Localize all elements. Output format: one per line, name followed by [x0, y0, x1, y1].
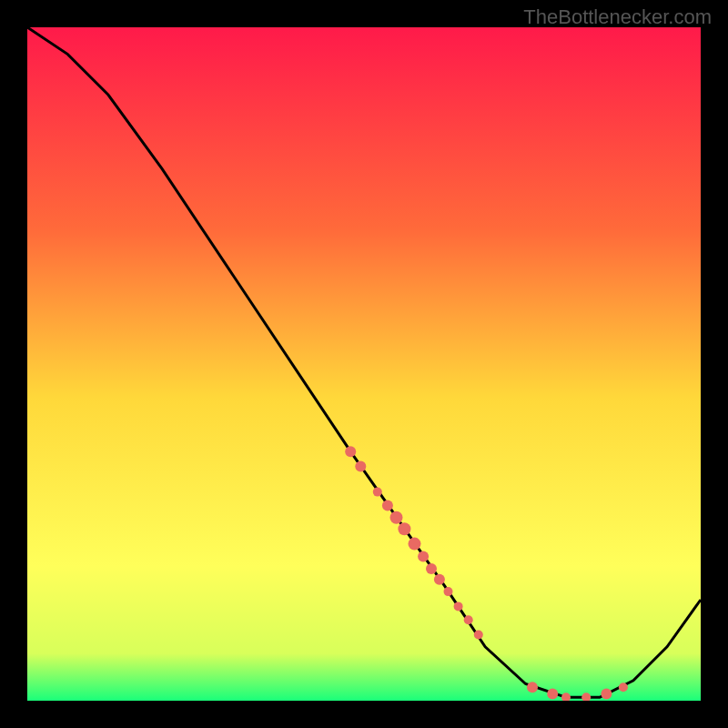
data-marker [398, 522, 410, 535]
data-marker [390, 511, 403, 524]
data-marker [444, 587, 453, 596]
data-marker [454, 602, 463, 611]
data-marker [382, 500, 393, 511]
data-marker [474, 631, 483, 640]
data-marker [409, 538, 421, 551]
gradient-background [27, 27, 701, 701]
data-marker [601, 689, 612, 700]
data-marker [345, 446, 356, 457]
chart-svg [27, 27, 701, 701]
data-marker [373, 488, 382, 497]
watermark-text: TheBottlenecker.com [523, 5, 712, 29]
data-marker [418, 551, 429, 562]
chart-plot-area [27, 27, 701, 701]
data-marker [619, 682, 628, 692]
data-marker [355, 461, 366, 472]
data-marker [434, 574, 445, 585]
data-marker [527, 682, 538, 693]
data-marker [426, 563, 437, 574]
data-marker [464, 615, 473, 624]
data-marker [547, 689, 558, 700]
